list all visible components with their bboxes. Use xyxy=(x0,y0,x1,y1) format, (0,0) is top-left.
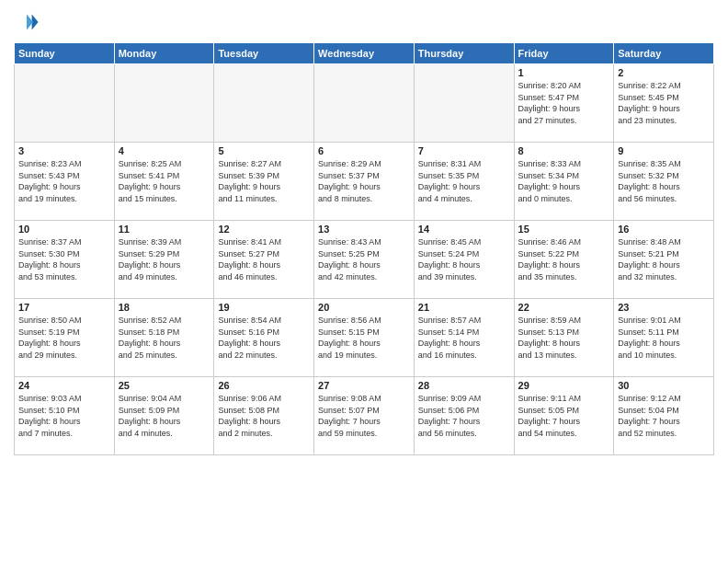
day-number: 20 xyxy=(318,302,410,313)
day-number: 23 xyxy=(618,302,710,313)
day-info: Sunrise: 8:39 AM Sunset: 5:29 PM Dayligh… xyxy=(119,236,210,282)
day-info: Sunrise: 8:22 AM Sunset: 5:45 PM Dayligh… xyxy=(618,80,710,126)
calendar-cell: 1Sunrise: 8:20 AM Sunset: 5:47 PM Daylig… xyxy=(514,64,614,143)
day-info: Sunrise: 8:27 AM Sunset: 5:39 PM Dayligh… xyxy=(218,158,310,204)
day-info: Sunrise: 8:52 AM Sunset: 5:18 PM Dayligh… xyxy=(119,315,210,361)
calendar-cell xyxy=(314,64,415,143)
day-number: 18 xyxy=(119,302,210,313)
day-info: Sunrise: 8:56 AM Sunset: 5:15 PM Dayligh… xyxy=(318,315,410,361)
day-number: 29 xyxy=(518,380,610,391)
day-info: Sunrise: 8:41 AM Sunset: 5:27 PM Dayligh… xyxy=(218,236,310,282)
calendar-cell: 6Sunrise: 8:29 AM Sunset: 5:37 PM Daylig… xyxy=(314,143,415,221)
calendar-cell: 8Sunrise: 8:33 AM Sunset: 5:34 PM Daylig… xyxy=(514,143,614,221)
calendar-cell: 5Sunrise: 8:27 AM Sunset: 5:39 PM Daylig… xyxy=(214,143,314,221)
calendar-cell: 16Sunrise: 8:48 AM Sunset: 5:21 PM Dayli… xyxy=(614,221,714,299)
calendar-cell xyxy=(214,64,314,143)
day-info: Sunrise: 9:09 AM Sunset: 5:06 PM Dayligh… xyxy=(418,393,510,439)
day-number: 28 xyxy=(418,380,510,391)
day-info: Sunrise: 8:57 AM Sunset: 5:14 PM Dayligh… xyxy=(418,315,510,361)
day-info: Sunrise: 8:50 AM Sunset: 5:19 PM Dayligh… xyxy=(18,315,110,361)
day-info: Sunrise: 8:43 AM Sunset: 5:25 PM Dayligh… xyxy=(318,236,410,282)
calendar-cell: 13Sunrise: 8:43 AM Sunset: 5:25 PM Dayli… xyxy=(314,221,415,299)
day-number: 24 xyxy=(18,380,110,391)
calendar-cell: 23Sunrise: 9:01 AM Sunset: 5:11 PM Dayli… xyxy=(614,299,714,377)
day-number: 26 xyxy=(218,380,310,391)
calendar-cell: 21Sunrise: 8:57 AM Sunset: 5:14 PM Dayli… xyxy=(414,299,514,377)
logo xyxy=(14,9,43,35)
day-number: 15 xyxy=(518,224,610,235)
day-info: Sunrise: 9:01 AM Sunset: 5:11 PM Dayligh… xyxy=(618,315,710,361)
calendar-cell xyxy=(114,64,214,143)
day-number: 1 xyxy=(518,67,610,78)
calendar-cell: 26Sunrise: 9:06 AM Sunset: 5:08 PM Dayli… xyxy=(214,377,314,455)
calendar-cell: 29Sunrise: 9:11 AM Sunset: 5:05 PM Dayli… xyxy=(514,377,614,455)
day-info: Sunrise: 8:33 AM Sunset: 5:34 PM Dayligh… xyxy=(518,158,610,204)
calendar-cell: 25Sunrise: 9:04 AM Sunset: 5:09 PM Dayli… xyxy=(114,377,214,455)
day-number: 2 xyxy=(618,67,710,78)
calendar-cell: 12Sunrise: 8:41 AM Sunset: 5:27 PM Dayli… xyxy=(214,221,314,299)
day-info: Sunrise: 8:20 AM Sunset: 5:47 PM Dayligh… xyxy=(518,80,610,126)
calendar-cell xyxy=(414,64,514,143)
calendar-cell: 2Sunrise: 8:22 AM Sunset: 5:45 PM Daylig… xyxy=(614,64,714,143)
week-row-2: 3Sunrise: 8:23 AM Sunset: 5:43 PM Daylig… xyxy=(15,143,714,221)
weekday-header-monday: Monday xyxy=(114,43,214,64)
day-info: Sunrise: 8:46 AM Sunset: 5:22 PM Dayligh… xyxy=(518,236,610,282)
day-info: Sunrise: 8:35 AM Sunset: 5:32 PM Dayligh… xyxy=(618,158,710,204)
day-info: Sunrise: 8:59 AM Sunset: 5:13 PM Dayligh… xyxy=(518,315,610,361)
weekday-header-sunday: Sunday xyxy=(15,43,115,64)
header xyxy=(14,9,714,35)
day-number: 19 xyxy=(218,302,310,313)
calendar-cell xyxy=(15,64,115,143)
calendar-cell: 20Sunrise: 8:56 AM Sunset: 5:15 PM Dayli… xyxy=(314,299,415,377)
calendar-cell: 19Sunrise: 8:54 AM Sunset: 5:16 PM Dayli… xyxy=(214,299,314,377)
day-number: 3 xyxy=(18,145,110,156)
day-info: Sunrise: 9:11 AM Sunset: 5:05 PM Dayligh… xyxy=(518,393,610,439)
calendar-cell: 22Sunrise: 8:59 AM Sunset: 5:13 PM Dayli… xyxy=(514,299,614,377)
calendar-cell: 24Sunrise: 9:03 AM Sunset: 5:10 PM Dayli… xyxy=(15,377,115,455)
day-info: Sunrise: 8:29 AM Sunset: 5:37 PM Dayligh… xyxy=(318,158,410,204)
day-info: Sunrise: 9:08 AM Sunset: 5:07 PM Dayligh… xyxy=(318,393,410,439)
calendar-cell: 10Sunrise: 8:37 AM Sunset: 5:30 PM Dayli… xyxy=(15,221,115,299)
day-number: 6 xyxy=(318,145,410,156)
calendar-table: SundayMondayTuesdayWednesdayThursdayFrid… xyxy=(14,42,714,455)
day-info: Sunrise: 8:37 AM Sunset: 5:30 PM Dayligh… xyxy=(18,236,110,282)
day-number: 10 xyxy=(18,224,110,235)
day-number: 7 xyxy=(418,145,510,156)
weekday-header-row: SundayMondayTuesdayWednesdayThursdayFrid… xyxy=(15,43,714,64)
weekday-header-saturday: Saturday xyxy=(614,43,714,64)
day-number: 13 xyxy=(318,224,410,235)
weekday-header-thursday: Thursday xyxy=(414,43,514,64)
calendar-cell: 28Sunrise: 9:09 AM Sunset: 5:06 PM Dayli… xyxy=(414,377,514,455)
day-info: Sunrise: 9:12 AM Sunset: 5:04 PM Dayligh… xyxy=(618,393,710,439)
calendar-cell: 30Sunrise: 9:12 AM Sunset: 5:04 PM Dayli… xyxy=(614,377,714,455)
day-number: 17 xyxy=(18,302,110,313)
page-container: SundayMondayTuesdayWednesdayThursdayFrid… xyxy=(0,0,728,465)
day-info: Sunrise: 8:54 AM Sunset: 5:16 PM Dayligh… xyxy=(218,315,310,361)
week-row-1: 1Sunrise: 8:20 AM Sunset: 5:47 PM Daylig… xyxy=(15,64,714,143)
day-number: 27 xyxy=(318,380,410,391)
day-number: 22 xyxy=(518,302,610,313)
day-number: 11 xyxy=(119,224,210,235)
day-number: 9 xyxy=(618,145,710,156)
calendar-cell: 17Sunrise: 8:50 AM Sunset: 5:19 PM Dayli… xyxy=(15,299,115,377)
day-number: 14 xyxy=(418,224,510,235)
day-info: Sunrise: 8:25 AM Sunset: 5:41 PM Dayligh… xyxy=(119,158,210,204)
day-number: 4 xyxy=(119,145,210,156)
calendar-cell: 27Sunrise: 9:08 AM Sunset: 5:07 PM Dayli… xyxy=(314,377,415,455)
week-row-5: 24Sunrise: 9:03 AM Sunset: 5:10 PM Dayli… xyxy=(15,377,714,455)
day-info: Sunrise: 8:48 AM Sunset: 5:21 PM Dayligh… xyxy=(618,236,710,282)
calendar-cell: 15Sunrise: 8:46 AM Sunset: 5:22 PM Dayli… xyxy=(514,221,614,299)
day-info: Sunrise: 9:04 AM Sunset: 5:09 PM Dayligh… xyxy=(119,393,210,439)
day-number: 30 xyxy=(618,380,710,391)
calendar-cell: 4Sunrise: 8:25 AM Sunset: 5:41 PM Daylig… xyxy=(114,143,214,221)
calendar-cell: 11Sunrise: 8:39 AM Sunset: 5:29 PM Dayli… xyxy=(114,221,214,299)
day-number: 5 xyxy=(218,145,310,156)
day-info: Sunrise: 9:06 AM Sunset: 5:08 PM Dayligh… xyxy=(218,393,310,439)
day-info: Sunrise: 8:31 AM Sunset: 5:35 PM Dayligh… xyxy=(418,158,510,204)
calendar-cell: 9Sunrise: 8:35 AM Sunset: 5:32 PM Daylig… xyxy=(614,143,714,221)
day-info: Sunrise: 8:23 AM Sunset: 5:43 PM Dayligh… xyxy=(18,158,110,204)
day-number: 25 xyxy=(119,380,210,391)
calendar-cell: 14Sunrise: 8:45 AM Sunset: 5:24 PM Dayli… xyxy=(414,221,514,299)
day-number: 8 xyxy=(518,145,610,156)
day-number: 12 xyxy=(218,224,310,235)
